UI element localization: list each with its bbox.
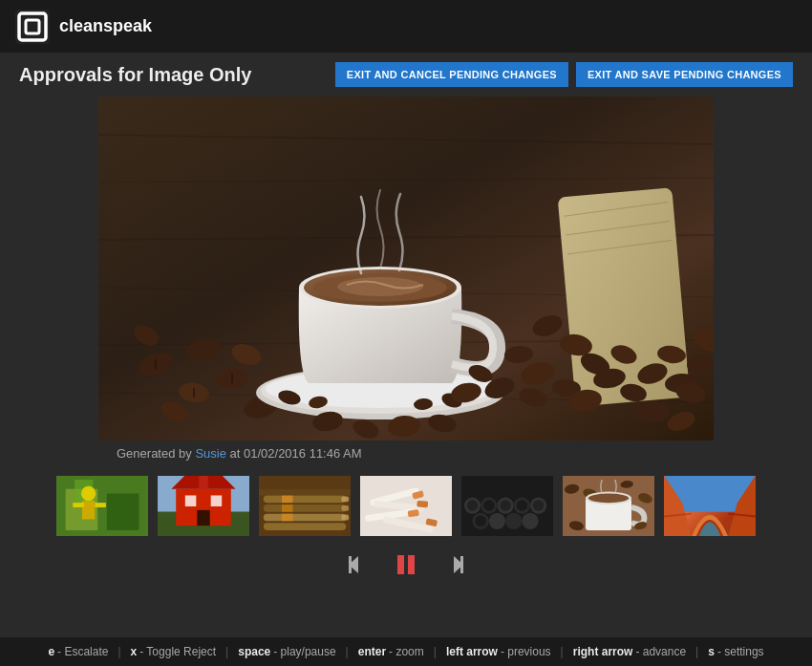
thumbnail-1[interactable] bbox=[54, 474, 150, 538]
separator-2: | bbox=[225, 645, 228, 658]
caption-prefix: Generated by bbox=[117, 446, 195, 461]
thumb-image-6 bbox=[563, 476, 654, 536]
svg-rect-138 bbox=[460, 556, 463, 573]
separator-5: | bbox=[561, 645, 564, 658]
desc-enter: - zoom bbox=[389, 645, 424, 658]
keyboard-shortcuts-bar: e - Escalate | x - Toggle Reject | space… bbox=[0, 637, 812, 666]
svg-rect-68 bbox=[82, 501, 95, 519]
key-enter: enter bbox=[358, 645, 386, 658]
caption-suffix: at 01/02/2016 11:46 AM bbox=[226, 446, 362, 461]
separator-3: | bbox=[346, 645, 349, 658]
shortcut-e: e - Escalate bbox=[48, 645, 108, 658]
logo-text: cleanspeak bbox=[59, 16, 152, 36]
skip-back-button[interactable] bbox=[343, 550, 372, 579]
thumb-image-5 bbox=[461, 476, 553, 536]
key-s: s bbox=[708, 645, 715, 658]
svg-point-117 bbox=[522, 513, 538, 529]
svg-point-116 bbox=[505, 513, 522, 529]
thumbnail-3[interactable] bbox=[257, 474, 353, 538]
logo-container: cleanspeak bbox=[15, 10, 152, 44]
shortcut-right: right arrow - advance bbox=[573, 645, 686, 658]
svg-rect-86 bbox=[341, 496, 349, 502]
cleanspeak-logo-icon bbox=[15, 10, 50, 44]
header-buttons: EXIT AND CANCEL PENDING CHANGES EXIT AND… bbox=[335, 62, 793, 87]
skip-forward-button[interactable] bbox=[440, 550, 469, 579]
separator-1: | bbox=[118, 645, 120, 658]
svg-rect-134 bbox=[349, 556, 352, 573]
thumbnail-7[interactable] bbox=[662, 474, 758, 538]
svg-point-108 bbox=[500, 500, 511, 511]
app-header: cleanspeak bbox=[0, 0, 812, 53]
key-x: x bbox=[131, 645, 138, 658]
svg-point-125 bbox=[588, 494, 629, 504]
svg-rect-92 bbox=[259, 489, 351, 496]
svg-rect-78 bbox=[197, 510, 209, 526]
image-caption: Generated by Susie at 01/02/2016 11:46 A… bbox=[19, 446, 793, 461]
svg-rect-91 bbox=[282, 514, 293, 522]
shortcut-space: space - play/pause bbox=[238, 645, 335, 658]
svg-point-115 bbox=[489, 513, 505, 529]
svg-rect-84 bbox=[264, 514, 346, 522]
desc-space: - play/pause bbox=[273, 645, 335, 658]
desc-e: - Escalate bbox=[57, 645, 108, 658]
svg-point-104 bbox=[467, 500, 479, 511]
exit-cancel-button[interactable]: EXIT AND CANCEL PENDING CHANGES bbox=[335, 62, 568, 87]
svg-rect-82 bbox=[264, 495, 346, 503]
main-image bbox=[98, 97, 714, 440]
svg-rect-135 bbox=[397, 555, 404, 574]
thumb-image-7 bbox=[664, 476, 756, 536]
skip-forward-icon bbox=[444, 554, 465, 575]
svg-point-112 bbox=[533, 500, 545, 511]
svg-point-106 bbox=[483, 500, 495, 511]
key-right: right arrow bbox=[573, 645, 633, 658]
skip-back-icon bbox=[347, 554, 368, 575]
svg-rect-90 bbox=[282, 505, 293, 512]
desc-x: - Toggle Reject bbox=[139, 645, 216, 658]
shortcut-left: left arrow - previous bbox=[446, 645, 551, 658]
svg-rect-70 bbox=[95, 503, 106, 507]
svg-rect-83 bbox=[264, 505, 346, 512]
page-header: Approvals for Image Only EXIT AND CANCEL… bbox=[19, 62, 793, 87]
pause-icon bbox=[395, 553, 417, 576]
caption-user-link[interactable]: Susie bbox=[195, 446, 226, 461]
thumbnail-5[interactable] bbox=[459, 474, 555, 538]
thumbnail-6[interactable] bbox=[561, 474, 656, 538]
desc-right: - advance bbox=[635, 645, 686, 658]
svg-rect-76 bbox=[185, 495, 197, 506]
page-title: Approvals for Image Only bbox=[19, 64, 251, 86]
shortcut-enter: enter - zoom bbox=[358, 645, 424, 658]
thumb-image-4 bbox=[360, 476, 452, 536]
key-left: left arrow bbox=[446, 645, 498, 658]
thumb-image-3 bbox=[259, 476, 351, 536]
thumbnail-4[interactable] bbox=[358, 474, 454, 538]
thumb-image-1 bbox=[56, 476, 148, 536]
svg-rect-2 bbox=[26, 20, 39, 33]
svg-point-114 bbox=[475, 516, 486, 527]
svg-rect-79 bbox=[199, 476, 208, 489]
playback-controls bbox=[19, 549, 793, 580]
svg-rect-88 bbox=[341, 515, 349, 521]
svg-rect-89 bbox=[282, 495, 293, 503]
thumbnail-strip bbox=[19, 470, 793, 542]
svg-rect-65 bbox=[107, 494, 139, 530]
svg-point-32 bbox=[337, 277, 423, 296]
svg-rect-69 bbox=[73, 503, 84, 507]
svg-rect-136 bbox=[408, 555, 415, 574]
main-image-wrapper bbox=[19, 97, 793, 440]
desc-s: - settings bbox=[717, 645, 764, 658]
separator-6: | bbox=[695, 645, 698, 658]
key-space: space bbox=[238, 645, 270, 658]
thumbnail-2[interactable] bbox=[156, 474, 251, 538]
key-e: e bbox=[48, 645, 54, 658]
svg-point-67 bbox=[81, 486, 96, 501]
exit-save-button[interactable]: EXIT AND SAVE PENDING CHANGES bbox=[576, 62, 793, 87]
desc-left: - previous bbox=[501, 645, 551, 658]
svg-rect-87 bbox=[341, 505, 349, 511]
svg-rect-99 bbox=[417, 501, 428, 508]
separator-4: | bbox=[434, 645, 437, 658]
main-content: Approvals for Image Only EXIT AND CANCEL… bbox=[0, 53, 812, 590]
shortcut-s: s - settings bbox=[708, 645, 763, 658]
thumb-image-2 bbox=[158, 476, 249, 536]
pause-button[interactable] bbox=[391, 549, 421, 580]
svg-point-110 bbox=[517, 500, 528, 511]
